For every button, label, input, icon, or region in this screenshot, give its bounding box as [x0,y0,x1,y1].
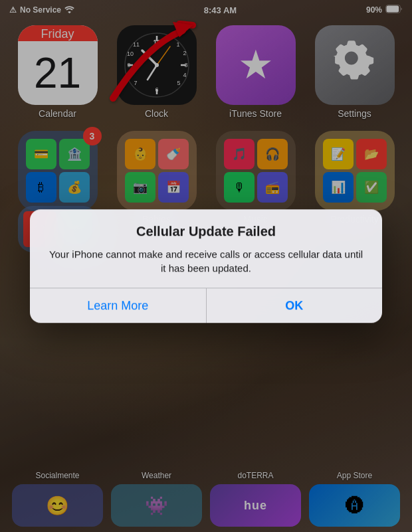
screen: ⚠ No Service 8:43 AM 90% [0,0,412,532]
learn-more-button[interactable]: Learn More [30,288,207,323]
ok-button[interactable]: OK [207,288,383,323]
alert-dialog: Cellular Update Failed Your iPhone canno… [30,209,382,323]
alert-content: Cellular Update Failed Your iPhone canno… [30,209,382,288]
alert-title: Cellular Update Failed [46,224,366,239]
alert-container: Cellular Update Failed Your iPhone canno… [30,209,382,323]
alert-message: Your iPhone cannot make and receive call… [46,247,366,276]
alert-buttons: Learn More OK [30,288,382,323]
